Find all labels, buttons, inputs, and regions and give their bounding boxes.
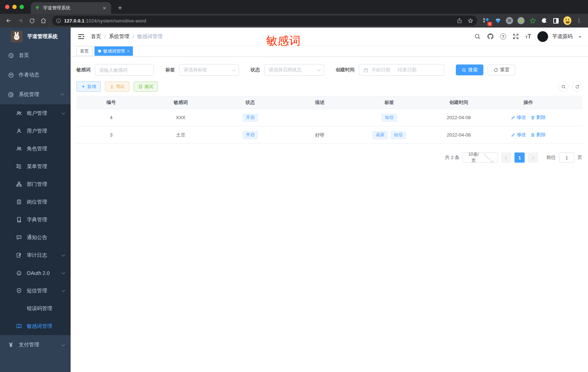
test-button[interactable]: 测试 xyxy=(134,81,158,92)
active-dot-icon xyxy=(98,50,101,53)
delete-link[interactable]: 删除 xyxy=(530,131,546,138)
sidebar-item-15[interactable]: 敏感词管理 xyxy=(0,317,71,335)
menu-tree-icon xyxy=(16,163,22,170)
reset-button[interactable]: 重置 xyxy=(488,64,515,75)
user-menu-caret-icon[interactable] xyxy=(579,36,581,38)
sidebar-item-4[interactable]: 用户管理 xyxy=(0,122,71,140)
cell-word: XXX xyxy=(146,115,215,120)
bookmark-star-icon[interactable] xyxy=(467,18,474,24)
filter-status: 状态 请选择启用状态 xyxy=(251,64,324,76)
sidebar-item-8[interactable]: 岗位管理 xyxy=(0,193,71,211)
breadcrumb-system[interactable]: 系统管理 xyxy=(109,33,129,40)
reload-icon[interactable] xyxy=(27,16,37,26)
table-options xyxy=(558,81,582,92)
sidebar-collapse-icon[interactable] xyxy=(77,33,85,41)
tag-select[interactable]: 请选择标签 xyxy=(179,64,239,76)
ext-gem-icon[interactable] xyxy=(494,17,502,25)
cell-tags: 短信 xyxy=(354,114,424,122)
edit-link[interactable]: 修改 xyxy=(511,131,526,138)
back-icon[interactable] xyxy=(4,16,14,26)
edit-link[interactable]: 修改 xyxy=(511,114,526,121)
search-icon[interactable] xyxy=(474,33,481,40)
cell-id: 4 xyxy=(76,115,146,120)
url-bar[interactable]: 127.0.0.1:1024/system/sensitive-word xyxy=(52,16,477,26)
browser-tab[interactable]: 芋道管理系统 xyxy=(31,2,111,14)
sidebar-item-5[interactable]: 角色管理 xyxy=(0,140,71,158)
fullscreen-icon[interactable] xyxy=(512,33,519,40)
browser-profile-avatar[interactable] xyxy=(563,17,571,25)
url-text: 127.0.0.1:1024/system/sensitive-word xyxy=(64,18,457,24)
ext-recorder-icon[interactable] xyxy=(517,17,525,25)
home-icon[interactable] xyxy=(38,16,49,26)
sidepanel-icon[interactable] xyxy=(552,17,560,25)
column-header-1: 敏感词 xyxy=(146,99,215,106)
page-number-button[interactable]: 1 xyxy=(514,152,525,163)
page-tab-1[interactable]: 敏感词管理× xyxy=(94,46,133,56)
filter-keyword: 敏感词 xyxy=(76,64,154,76)
end-date-placeholder: 结束日期 xyxy=(398,67,416,73)
download-icon xyxy=(110,84,114,89)
notice-icon xyxy=(16,234,22,241)
sidebar-item-11[interactable]: 审计日志 xyxy=(0,246,71,264)
column-header-5: 创建时间 xyxy=(424,99,494,106)
keyword-input[interactable] xyxy=(99,67,150,73)
sidebar-item-13[interactable]: 短信管理 xyxy=(0,282,71,300)
sidebar-item-9[interactable]: 字典管理 xyxy=(0,211,71,229)
search-icon xyxy=(462,68,466,72)
delete-link[interactable]: 删除 xyxy=(530,114,546,121)
font-size-icon[interactable]: TT xyxy=(525,34,531,39)
goto-page-input[interactable] xyxy=(559,152,574,163)
share-icon[interactable] xyxy=(457,18,462,24)
sidebar-item-3[interactable]: 租户管理 xyxy=(0,104,71,122)
header-actions: ? TT 芋道源码 xyxy=(474,31,581,42)
extensions-puzzle-icon[interactable] xyxy=(540,17,548,25)
tag-label: 标签 xyxy=(165,67,175,73)
page-tab-0[interactable]: 首页 xyxy=(76,46,92,56)
sidebar-item-14[interactable]: 错误码管理 xyxy=(0,300,71,317)
chevron-down-icon xyxy=(62,253,65,256)
browser-menu-kebab-icon[interactable] xyxy=(575,17,583,25)
export-button[interactable]: 导出 xyxy=(105,81,129,92)
github-icon[interactable] xyxy=(487,33,494,40)
sidebar-item-0[interactable]: 首页 xyxy=(0,46,71,65)
sidebar-item-10[interactable]: 通知公告 xyxy=(0,229,71,246)
column-header-0: 编号 xyxy=(76,99,146,106)
ext-tab-manager-icon[interactable]: 9 xyxy=(482,17,490,25)
window-minimize-button[interactable] xyxy=(12,5,17,9)
date-range-picker[interactable]: 开始日期 - 结束日期 xyxy=(359,64,444,76)
window-zoom-button[interactable] xyxy=(20,5,24,9)
page-size-select[interactable]: 10条/页 xyxy=(463,152,498,163)
search-button[interactable]: 搜索 xyxy=(456,64,483,75)
url-path: :1024/system/sensitive-word xyxy=(84,18,146,24)
status-label: 状态 xyxy=(251,67,260,73)
prev-page-button[interactable] xyxy=(501,152,511,163)
window-close-button[interactable] xyxy=(5,5,9,9)
tab-close-icon[interactable]: × xyxy=(127,49,129,53)
sidebar-item-1[interactable]: 作者动态 xyxy=(0,65,71,85)
new-tab-button[interactable] xyxy=(115,3,125,12)
browser-tabstrip: 芋道管理系统 xyxy=(0,0,588,14)
tab-close-icon[interactable] xyxy=(101,5,108,11)
site-info-icon[interactable] xyxy=(56,18,61,24)
goto-suffix: 页 xyxy=(578,154,582,161)
sidebar-logo[interactable]: 芋道管理系统 xyxy=(0,28,71,46)
ext-star-icon[interactable] xyxy=(529,17,537,25)
pagination-total: 共 2 条 xyxy=(445,154,459,161)
user-avatar[interactable] xyxy=(537,31,548,42)
sidebar-item-12[interactable]: OAuth 2.0 xyxy=(0,264,71,282)
sidebar-item-2[interactable]: 系统管理 xyxy=(0,85,71,104)
sidebar-item-16[interactable]: ¥支付管理 xyxy=(0,335,71,355)
sidebar-item-6[interactable]: 菜单管理 xyxy=(0,158,71,175)
add-button[interactable]: 新增 xyxy=(76,81,101,92)
help-icon[interactable]: ? xyxy=(500,33,506,39)
status-select[interactable]: 请选择启用状态 xyxy=(264,64,324,76)
ext-command-icon[interactable]: ⌘ xyxy=(505,17,513,25)
user-name[interactable]: 芋道源码 xyxy=(552,33,572,40)
next-page-button[interactable] xyxy=(528,152,538,163)
refresh-table-button[interactable] xyxy=(572,81,582,92)
rabbit-logo-icon xyxy=(11,31,22,42)
breadcrumb-home[interactable]: 首页 xyxy=(91,33,101,40)
sidebar-item-7[interactable]: 部门管理 xyxy=(0,175,71,193)
toggle-search-button[interactable] xyxy=(558,81,568,92)
forward-icon[interactable] xyxy=(15,16,25,26)
